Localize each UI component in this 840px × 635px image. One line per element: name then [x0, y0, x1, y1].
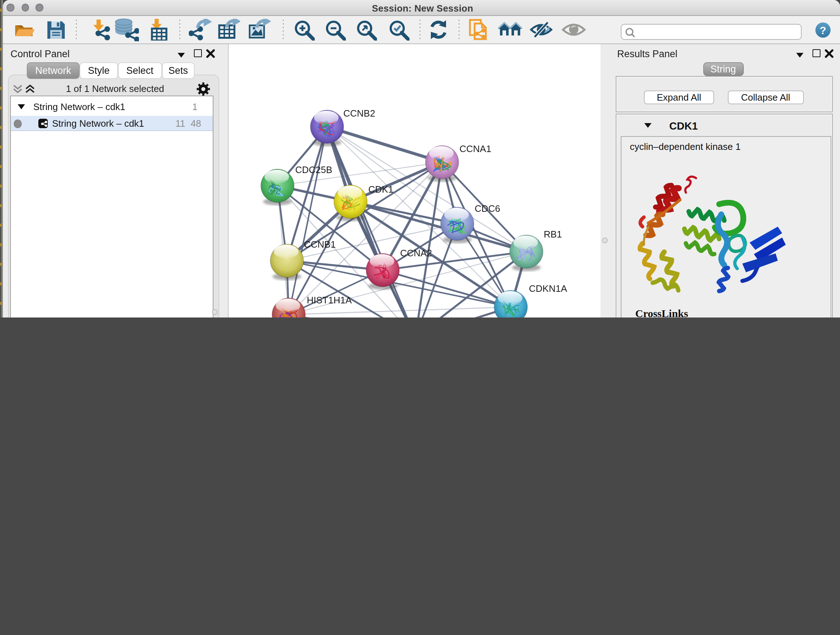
- svg-text:CCNB1: CCNB1: [304, 239, 336, 250]
- svg-text:RB1: RB1: [544, 229, 562, 240]
- svg-text:HIST1H1A: HIST1H1A: [307, 295, 352, 306]
- svg-text:CDC25B: CDC25B: [295, 165, 332, 175]
- svg-text:CCNA2: CCNA2: [400, 248, 432, 258]
- svg-text:CDK1: CDK1: [368, 184, 393, 195]
- svg-text:CCNA1: CCNA1: [459, 143, 491, 154]
- svg-text:CDC6: CDC6: [475, 203, 500, 214]
- svg-text:CDKN1A: CDKN1A: [529, 283, 567, 294]
- svg-text:CCNB2: CCNB2: [343, 108, 375, 119]
